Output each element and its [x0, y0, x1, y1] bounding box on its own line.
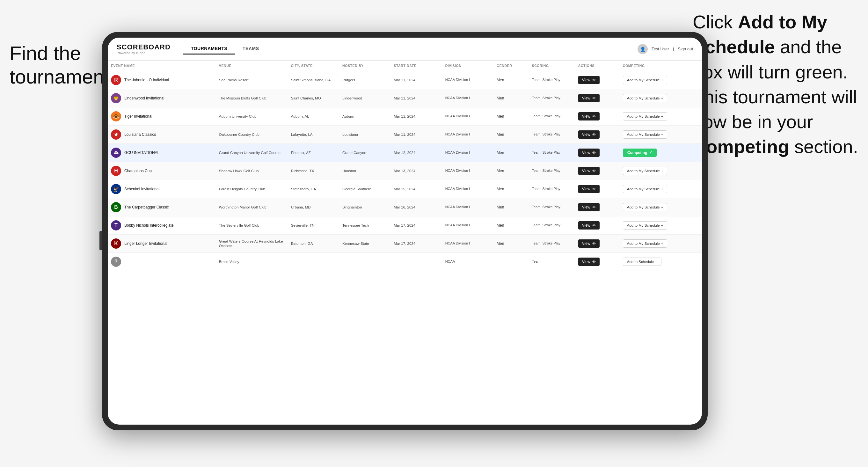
team-logo: 🦁: [111, 93, 121, 103]
add-to-schedule-button[interactable]: Add to My Schedule +: [623, 112, 668, 121]
cell-venue: Worthington Manor Golf Club: [216, 198, 288, 216]
event-name: The Carpetbagger Classic: [124, 205, 168, 210]
logo-title: SCOREBOARD: [117, 43, 170, 51]
view-button[interactable]: View 👁: [578, 257, 599, 266]
cell-date: Mar 17, 2024: [391, 235, 442, 253]
view-button[interactable]: View 👁: [578, 149, 599, 157]
view-button[interactable]: View 👁: [578, 203, 599, 211]
table-body: R The Johnnie - O Individual Sea Palms R…: [108, 71, 702, 271]
cell-scoring: Team, Stroke Play: [529, 180, 575, 198]
cell-city: Auburn, AL: [288, 107, 339, 126]
cell-competing: Add to My Schedule +: [620, 126, 702, 144]
cell-event: 🐯 Tiger Invitational: [108, 107, 216, 126]
user-avatar: 👤: [638, 44, 648, 54]
cell-venue: The Missouri Bluffs Golf Club: [216, 89, 288, 107]
cell-date: Mar 11, 2024: [391, 126, 442, 144]
table-row: ⚜ Louisiana Classics Oakbourne Country C…: [108, 126, 702, 144]
cell-division: NCAA: [442, 253, 493, 271]
cell-gender: Men: [493, 235, 529, 253]
view-button[interactable]: View 👁: [578, 167, 599, 175]
team-logo: 🦅: [111, 184, 121, 194]
tournaments-table: EVENT NAME VENUE CITY, STATE HOSTED BY S…: [108, 61, 702, 271]
cell-actions: View 👁: [575, 89, 620, 107]
view-button[interactable]: View 👁: [578, 130, 599, 139]
view-button[interactable]: View 👁: [578, 185, 599, 193]
eye-icon: 👁: [592, 151, 596, 155]
cell-competing: Competing ✓: [620, 144, 702, 162]
add-to-schedule-button[interactable]: Add to Schedule +: [623, 257, 661, 266]
cell-city: Saint Charles, MO: [288, 89, 339, 107]
side-button: [99, 231, 102, 250]
cell-city: [288, 253, 339, 271]
cell-division: NCAA Division I: [442, 107, 493, 126]
view-button[interactable]: View 👁: [578, 112, 599, 121]
cell-hosted: [339, 253, 391, 271]
view-button[interactable]: View 👁: [578, 94, 599, 102]
cell-venue: Shadow Hawk Golf Club: [216, 162, 288, 180]
view-button[interactable]: View 👁: [578, 76, 599, 84]
cell-event: K Linger Longer Invitational: [108, 235, 216, 253]
cell-division: NCAA Division I: [442, 144, 493, 162]
cell-event: H Champions Cup: [108, 162, 216, 180]
th-competing: COMPETING: [620, 61, 702, 71]
cell-division: NCAA Division I: [442, 216, 493, 235]
cell-city: Eatonton, GA: [288, 235, 339, 253]
cell-hosted: Grand Canyon: [339, 144, 391, 162]
add-to-schedule-button[interactable]: Add to My Schedule +: [623, 203, 668, 211]
cell-division: NCAA Division I: [442, 235, 493, 253]
cell-venue: Auburn University Club: [216, 107, 288, 126]
cell-competing: Add to My Schedule +: [620, 180, 702, 198]
cell-actions: View 👁: [575, 198, 620, 216]
cell-scoring: Team, Stroke Play: [529, 198, 575, 216]
cell-hosted: Binghamton: [339, 198, 391, 216]
cell-venue: Sea Palms Resort: [216, 71, 288, 89]
add-to-schedule-button[interactable]: Add to My Schedule +: [623, 76, 668, 84]
view-button[interactable]: View 👁: [578, 221, 599, 229]
cell-competing: Add to My Schedule +: [620, 198, 702, 216]
eye-icon: 👁: [592, 169, 596, 173]
cell-division: NCAA Division I: [442, 89, 493, 107]
add-to-schedule-button[interactable]: Add to My Schedule +: [623, 167, 668, 175]
cell-venue: Great Waters Course At Reynolds Lake Oco…: [216, 235, 288, 253]
add-to-schedule-button[interactable]: Add to My Schedule +: [623, 240, 668, 248]
table-row: K Linger Longer Invitational Great Water…: [108, 235, 702, 253]
cell-date: Mar 17, 2024: [391, 216, 442, 235]
cell-date: Mar 15, 2024: [391, 180, 442, 198]
tab-teams[interactable]: TEAMS: [235, 43, 267, 55]
table-row: T Bobby Nichols Intercollegiate The Sevi…: [108, 216, 702, 235]
tab-tournaments[interactable]: TOURNAMENTS: [183, 43, 235, 55]
cell-event: 🦁 Lindenwood Invitational: [108, 89, 216, 107]
cell-actions: View 👁: [575, 162, 620, 180]
cell-competing: Add to My Schedule +: [620, 162, 702, 180]
table-row: 🦁 Lindenwood Invitational The Missouri B…: [108, 89, 702, 107]
cell-venue: Oakbourne Country Club: [216, 126, 288, 144]
team-logo: ⚜: [111, 129, 121, 139]
competing-button[interactable]: Competing ✓: [623, 149, 657, 157]
cell-date: Mar 13, 2024: [391, 162, 442, 180]
team-logo: ?: [111, 257, 121, 267]
event-name: Tiger Invitational: [124, 114, 152, 119]
add-to-schedule-button[interactable]: Add to My Schedule +: [623, 185, 668, 193]
table-row: 🐯 Tiger Invitational Auburn University C…: [108, 107, 702, 126]
cell-division: NCAA Division I: [442, 180, 493, 198]
add-to-schedule-button[interactable]: Add to My Schedule +: [623, 221, 668, 229]
cell-city: Urbana, MD: [288, 198, 339, 216]
team-logo: K: [111, 239, 121, 249]
cell-event: ?: [108, 253, 216, 271]
cell-competing: Add to My Schedule +: [620, 71, 702, 89]
eye-icon: 👁: [592, 187, 596, 191]
table-row: R The Johnnie - O Individual Sea Palms R…: [108, 71, 702, 89]
add-to-schedule-button[interactable]: Add to My Schedule +: [623, 130, 668, 139]
sign-out-link[interactable]: Sign out: [678, 46, 693, 51]
cell-hosted: Houston: [339, 162, 391, 180]
logo-subtitle: Powered by clippd: [117, 51, 170, 55]
view-button[interactable]: View 👁: [578, 240, 599, 248]
cell-gender: Men: [493, 180, 529, 198]
th-venue: VENUE: [216, 61, 288, 71]
add-to-schedule-button[interactable]: Add to My Schedule +: [623, 94, 668, 102]
cell-gender: Men: [493, 198, 529, 216]
cell-division: NCAA Division I: [442, 198, 493, 216]
cell-venue: The Sevierville Golf Club: [216, 216, 288, 235]
user-label: Test User: [652, 46, 669, 51]
cell-competing: Add to My Schedule +: [620, 216, 702, 235]
